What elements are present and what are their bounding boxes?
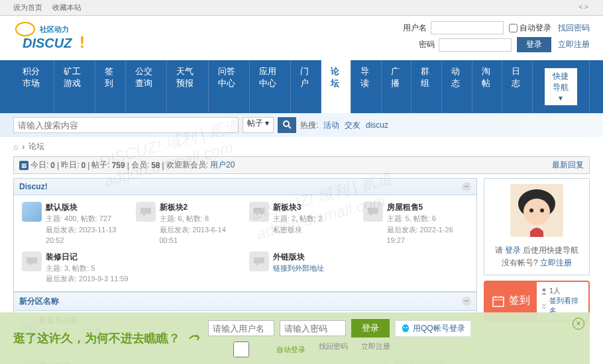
nav-item[interactable]: 问答中心 [209,60,250,113]
set-home-link[interactable]: 设为首页 [13,3,42,11]
forum-icon [22,251,42,271]
share-icon [187,331,201,345]
calendar-icon [492,295,505,308]
forum-icon [249,202,269,222]
forum-icon [249,251,269,271]
hot-tag[interactable]: discuz [366,120,388,130]
nav-item[interactable]: 群组 [411,60,442,113]
close-floater-button[interactable]: × [573,318,584,330]
nav-item[interactable]: 应用中心 [250,60,291,113]
register-link[interactable]: 立即注册 [558,39,590,50]
forum-icon [363,202,383,222]
guest-avatar [510,184,563,237]
latest-reply-link[interactable]: 最新回复 [552,159,584,171]
auto-login-label: 自动登录 [520,23,551,34]
svg-text:社区动力: 社区动力 [39,25,69,33]
forum-link[interactable]: 新板块2 [160,203,188,212]
svg-point-19 [406,327,408,328]
hot-tag[interactable]: 交友 [345,120,360,130]
floater-password-input[interactable] [280,320,346,336]
login-button[interactable]: 登录 [517,37,551,52]
nav-item[interactable]: 淘帖 [472,60,503,113]
nav-item[interactable]: 积分市场 [13,60,54,113]
favorite-link[interactable]: 收藏本站 [52,3,82,11]
forum-icon [136,202,156,222]
forum-link[interactable]: 默认版块 [46,203,78,212]
nav-item[interactable]: 矿工游戏 [54,60,95,113]
svg-point-5 [284,121,289,126]
hot-label: 热搜: [300,120,318,130]
floater-find-password[interactable]: 找回密码 [319,341,348,357]
svg-rect-12 [493,297,504,306]
password-label: 密码 [408,39,435,50]
hot-tag[interactable]: 活动 [323,120,339,130]
nav-item[interactable]: 导读 [351,60,382,113]
newest-member-link[interactable]: 用户20 [210,159,235,171]
search-input[interactable] [13,117,239,133]
floater-username-input[interactable] [208,320,274,336]
search-button[interactable] [278,117,296,133]
collapse-icon[interactable]: – [462,296,471,306]
qq-icon [401,324,410,333]
site-logo[interactable]: 社区动力 DISCUZ ! [13,21,93,51]
stats-icon: ▦ [19,161,28,170]
nav-item[interactable]: 动态 [442,60,472,113]
floater-auto-login[interactable]: 自动登录 [208,341,305,357]
search-type-select[interactable]: 帖子 ▾ [243,117,274,133]
forum-link[interactable]: 新板块3 [273,203,302,212]
cat-title[interactable]: Discuz! [19,182,48,191]
svg-point-16 [543,288,546,291]
username-label: 用户名 [400,23,427,34]
more-icon[interactable]: <> [578,3,590,13]
nav-item[interactable]: 签到 [95,60,126,113]
floater-title: 逛了这许久，为何不进去瞧瞧？ [13,330,180,346]
quick-nav[interactable]: 快捷导航 ▾ [545,68,577,105]
svg-point-17 [402,324,409,332]
nav-item[interactable]: 论坛 [321,60,352,113]
forum-link[interactable]: 房屋租售5 [387,203,423,212]
nav-item[interactable]: 日志 [502,60,533,113]
svg-point-10 [529,208,533,212]
svg-point-18 [404,327,405,328]
collapse-icon[interactable]: – [462,182,471,191]
sidebar-register-link[interactable]: 立即注册 [540,258,572,267]
user-icon [541,288,547,295]
home-icon[interactable]: ⌂ [13,142,18,152]
auto-login-checkbox[interactable] [509,24,518,32]
svg-point-0 [16,23,34,36]
forum-link[interactable]: 外链版块 [273,252,305,261]
svg-line-6 [288,126,291,128]
floater-login-button[interactable]: 登录 [351,319,390,338]
sidebar-login-link[interactable]: 登录 [505,246,521,255]
cat-title[interactable]: 新分区名称 [19,296,59,307]
svg-point-11 [540,208,544,212]
qq-login-button[interactable]: 用QQ帐号登录 [395,320,471,337]
breadcrumb-forum[interactable]: 论坛 [28,141,44,152]
sort-icon [541,302,547,309]
forum-link[interactable]: 装修日记 [46,252,78,261]
floater-register[interactable]: 立即注册 [361,341,390,357]
nav-item[interactable]: 公交查询 [126,60,167,113]
svg-point-9 [523,199,550,225]
svg-text:!: ! [80,33,85,51]
password-input[interactable] [439,38,512,52]
nav-item[interactable]: 广播 [382,60,412,113]
nav-item[interactable]: 门户 [291,60,321,113]
svg-text:DISCUZ: DISCUZ [23,36,72,50]
username-input[interactable] [431,21,504,34]
find-password-link[interactable]: 找回密码 [558,23,590,34]
forum-icon [22,202,42,222]
nav-item[interactable]: 天气预报 [167,60,208,113]
